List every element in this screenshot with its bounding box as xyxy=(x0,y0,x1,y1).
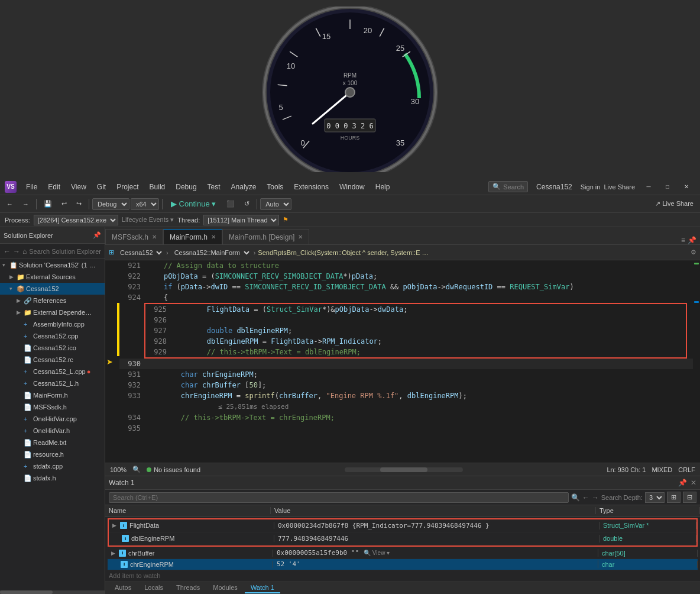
sidebar-item-readme[interactable]: ▶ 📄 ReadMe.txt xyxy=(0,437,105,448)
code-text-929: // this->tbRPM->Text = dblEngineRPM; xyxy=(173,347,686,357)
stop-button[interactable]: ⬛ xyxy=(222,198,239,209)
breadcrumb-settings-icon[interactable]: ⚙ xyxy=(691,248,696,256)
menu-test[interactable]: Test xyxy=(203,181,225,193)
nav-back-icon[interactable]: ← xyxy=(582,493,589,502)
tab-threads[interactable]: Threads xyxy=(170,583,206,593)
toolbar-redo[interactable]: ↪ xyxy=(72,198,86,209)
toolbar-save[interactable]: 💾 xyxy=(40,198,56,209)
sidebar-item-onehidvarcpp[interactable]: ▶ + OneHidVar.cpp xyxy=(0,413,105,425)
sidebar-item-stdafxh[interactable]: ▶ 📄 stdafx.h xyxy=(0,472,105,484)
menu-analyze[interactable]: Analyze xyxy=(226,181,261,193)
continue-button[interactable]: ▶ Continue ▾ xyxy=(166,198,221,210)
sidebar-home[interactable]: ⌂ xyxy=(22,247,27,256)
sidebar-item-cessna152rc[interactable]: ▶ 📄 Cessna152.rc xyxy=(0,354,105,366)
thread-dropdown[interactable]: [15112] Main Thread xyxy=(203,215,279,225)
watch-pin-icon[interactable]: 📌 xyxy=(678,479,687,487)
sidebar-nav-forward[interactable]: → xyxy=(13,247,20,256)
search-depth-select[interactable]: 3 xyxy=(645,492,665,503)
sidebar-item-cessna152ico[interactable]: ▶ 📄 Cessna152.ico xyxy=(0,342,105,354)
expand-arrow[interactable]: ▶ xyxy=(112,522,116,528)
watch-cols-btn[interactable]: ⊟ xyxy=(683,492,696,503)
menu-window[interactable]: Window xyxy=(335,181,370,193)
sidebar-item-cessna152cpp[interactable]: ▶ + Cessna152.cpp xyxy=(0,330,105,342)
live-share-label[interactable]: Live Share xyxy=(604,183,635,191)
tab-autos[interactable]: Autos xyxy=(109,583,137,593)
watch-filter-btn[interactable]: ⊞ xyxy=(667,492,680,503)
menu-extensions[interactable]: Extensions xyxy=(289,181,333,193)
tab-mainformh[interactable]: MainForm.h ✕ xyxy=(163,229,222,244)
sidebar-item-resourceh[interactable]: ▶ 📄 resource.h xyxy=(0,448,105,460)
maximize-button[interactable]: □ xyxy=(659,181,676,193)
sidebar-item-msfssdk[interactable]: ▶ 📄 MSFSsdk.h xyxy=(0,401,105,413)
current-line-arrow: ➤ xyxy=(106,357,113,366)
restart-button[interactable]: ↺ xyxy=(240,198,254,209)
zoom-level[interactable]: 100% xyxy=(110,466,127,473)
sidebar-item-cessna152lcpp[interactable]: ▶ + Cessna152_L.cpp ● xyxy=(0,366,105,377)
search-filter-icon[interactable]: 🔍 xyxy=(571,493,580,502)
live-share-btn[interactable]: ↗ Live Share xyxy=(651,198,698,209)
breadcrumb-class-dropdown[interactable]: Cessna152::MainForm xyxy=(171,248,251,257)
zoom-icon[interactable]: 🔍 xyxy=(132,466,141,473)
view-label[interactable]: 🔍 View ▾ xyxy=(364,550,390,556)
tab-mainformh-design-close[interactable]: ✕ xyxy=(298,234,303,240)
sidebar-item-solution[interactable]: ▾ 📋 Solution 'Cessna152' (1 … xyxy=(0,259,105,271)
tab-pin-icon[interactable]: 📌 xyxy=(688,236,696,244)
menu-project[interactable]: Project xyxy=(112,181,143,193)
sign-in-label[interactable]: Sign in xyxy=(581,183,601,191)
sidebar-pin-icon[interactable]: 📌 xyxy=(93,231,101,239)
tab-locals[interactable]: Locals xyxy=(138,583,169,593)
sidebar-search-input[interactable] xyxy=(29,248,105,255)
sidebar-item-references[interactable]: ▶ 🔗 References xyxy=(0,295,105,306)
sidebar-item-assemblyinfo[interactable]: ▶ + AssemblyInfo.cpp xyxy=(0,318,105,330)
editor-scrollbar-h[interactable] xyxy=(345,467,463,472)
add-watch-item[interactable]: Add item to watch xyxy=(105,570,700,582)
code-text-926 xyxy=(173,315,686,325)
toolbar-back[interactable]: ← xyxy=(2,199,17,209)
menu-debug[interactable]: Debug xyxy=(171,181,201,193)
watch-row-dblenginerpm[interactable]: ▶ i dblEngineRPM 777.94839468497446 doub… xyxy=(109,532,696,545)
toolbar-undo[interactable]: ↩ xyxy=(57,198,71,209)
menu-search-box[interactable]: 🔍 Search xyxy=(488,181,528,192)
close-button[interactable]: ✕ xyxy=(678,181,695,193)
sidebar-item-external-sources[interactable]: ▶ 📁 External Sources xyxy=(0,271,105,283)
sidebar-item-cessna152[interactable]: ▾ 📦 Cessna152 xyxy=(0,283,105,295)
sidebar-item-onehidvarh[interactable]: ▶ + OneHidVar.h xyxy=(0,425,105,437)
expand-arrow-chrbuffer[interactable]: ▶ xyxy=(111,550,115,556)
nav-forward-icon[interactable]: → xyxy=(592,493,599,502)
tab-chevron-icon[interactable]: ≡ xyxy=(681,236,685,244)
menu-help[interactable]: Help xyxy=(371,181,395,193)
tab-mainformh-close[interactable]: ✕ xyxy=(211,234,216,240)
watch-row-flightdata[interactable]: ▶ i FlightData 0x00000234d7b867f8 {RPM_I… xyxy=(109,519,696,532)
watch-search-input[interactable] xyxy=(109,492,569,503)
sidebar-tree: ▾ 📋 Solution 'Cessna152' (1 … ▶ 📁 Extern… xyxy=(0,259,105,590)
menu-git[interactable]: Git xyxy=(92,181,111,193)
sidebar-item-mainformh[interactable]: ▶ 📄 MainForm.h xyxy=(0,389,105,401)
toolbar-forward[interactable]: → xyxy=(18,199,33,209)
breadcrumb-file-dropdown[interactable]: Cessna152 xyxy=(116,248,164,257)
sidebar-item-ext-dep[interactable]: ▶ 📁 External Depende… xyxy=(0,306,105,318)
tab-msfssdk[interactable]: MSFSsdk.h ✕ xyxy=(105,229,163,244)
code-line-927: 927 double dblEngineRPM; xyxy=(145,325,686,336)
tab-watch1[interactable]: Watch 1 xyxy=(245,583,280,593)
platform-dropdown[interactable]: x64 xyxy=(131,198,159,210)
auto-dropdown[interactable]: Auto xyxy=(260,198,291,210)
menu-file[interactable]: File xyxy=(21,181,42,193)
menu-tools[interactable]: Tools xyxy=(262,181,288,193)
debug-config-dropdown[interactable]: Debug xyxy=(92,198,129,210)
process-dropdown[interactable]: [28264] Cessna152.exe xyxy=(34,215,118,225)
watch-row-chrenginerpm[interactable]: ▶ i chrEngineRPM 52 '4' char xyxy=(108,559,698,570)
menu-build[interactable]: Build xyxy=(145,181,170,193)
tab-mainformh-design[interactable]: MainForm.h [Design] ✕ xyxy=(222,229,309,244)
menu-edit[interactable]: Edit xyxy=(43,181,65,193)
tab-msfssdk-close[interactable]: ✕ xyxy=(152,234,157,240)
minimize-button[interactable]: ─ xyxy=(640,181,657,193)
sidebar-item-stdafxcpp[interactable]: ▶ + stdafx.cpp xyxy=(0,460,105,472)
watch-row-chrbuffer[interactable]: ▶ i chrBuffer 0x00000055a15fe9b0 "" 🔍 Vi… xyxy=(108,548,698,559)
watch-close-icon[interactable]: ✕ xyxy=(691,479,696,487)
code-scroll-area[interactable]: 921 // Assign data to structure 922 pObj… xyxy=(119,260,693,463)
sidebar-scrollbar[interactable] xyxy=(0,590,105,594)
sidebar-item-cessna152lh[interactable]: ▶ + Cessna152_L.h xyxy=(0,377,105,389)
tab-modules[interactable]: Modules xyxy=(207,583,244,593)
menu-view[interactable]: View xyxy=(66,181,91,193)
sidebar-nav-back[interactable]: ← xyxy=(4,247,11,256)
